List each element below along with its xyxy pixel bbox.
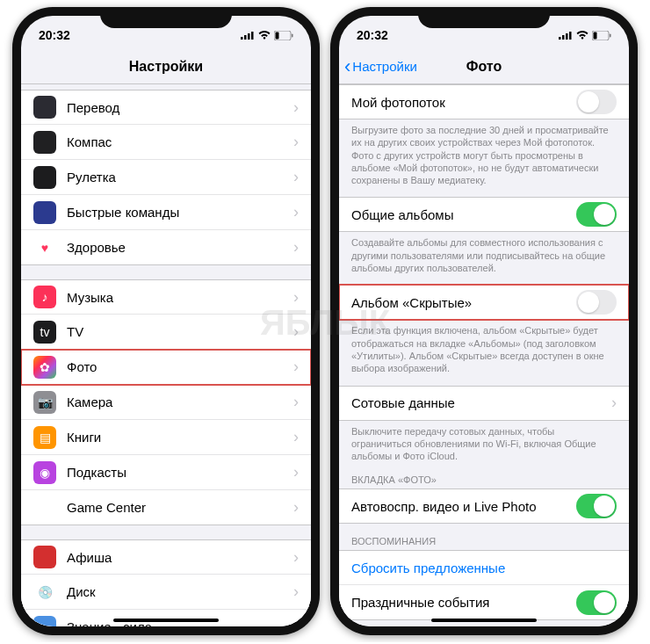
chevron-right-icon: › — [293, 582, 299, 601]
svg-rect-7 — [559, 37, 561, 40]
svg-rect-8 — [562, 35, 565, 40]
row-hidden-album[interactable]: Альбом «Скрытые» — [339, 285, 629, 320]
settings-row[interactable]: Перевод› — [21, 90, 311, 125]
row-label: TV — [67, 324, 293, 339]
header-photo-tab: ВКЛАДКА «ФОТО» — [339, 462, 629, 488]
chevron-right-icon: › — [293, 428, 299, 446]
row-holiday[interactable]: Праздничные события — [339, 585, 629, 620]
chevron-right-icon: › — [293, 358, 299, 376]
status-indicators — [559, 31, 611, 40]
settings-row[interactable]: ♥Здоровье› — [21, 230, 311, 265]
toggle-photostream[interactable] — [576, 90, 617, 114]
settings-row[interactable]: ◉Подкасты› — [21, 455, 311, 490]
photo-settings[interactable]: Мой фотопоток Выгрузите фото за последни… — [339, 84, 629, 626]
battery-icon — [274, 31, 293, 40]
status-time: 20:32 — [357, 28, 388, 42]
chevron-right-icon: › — [611, 394, 617, 412]
back-button[interactable]: ‹ Настройки — [344, 57, 417, 76]
header-memories: ВОСПОМИНАНИЯ — [339, 524, 629, 550]
row-reset-suggested[interactable]: Сбросить предложенные — [339, 550, 629, 585]
row-shared-albums[interactable]: Общие альбомы — [339, 197, 629, 232]
app-icon — [33, 616, 56, 627]
row-label: Быстрые команды — [67, 205, 293, 220]
toggle-shared-albums[interactable] — [576, 202, 617, 227]
app-icon — [33, 96, 56, 119]
row-autoplay[interactable]: Автовоспр. видео и Live Photo — [339, 488, 629, 524]
settings-list[interactable]: Перевод›Компас›Рулетка›Быстрые команды›♥… — [21, 84, 311, 626]
home-indicator[interactable] — [431, 619, 537, 622]
svg-rect-5 — [276, 32, 279, 39]
nav-bar: ‹ Настройки Фото — [339, 49, 629, 84]
footer-hidden: Если эта функция включена, альбом «Скрыт… — [339, 320, 629, 374]
settings-row[interactable]: 💿Диск› — [21, 575, 311, 610]
battery-icon — [592, 31, 611, 40]
settings-row[interactable]: Быстрые команды› — [21, 195, 311, 230]
chevron-right-icon: › — [293, 168, 299, 186]
row-label: Автовоспр. видео и Live Photo — [351, 499, 576, 514]
settings-row[interactable]: ✿Фото› — [21, 350, 311, 385]
settings-row[interactable]: ♪Музыка› — [21, 279, 311, 315]
settings-row[interactable]: 📷Камера› — [21, 385, 311, 420]
chevron-right-icon: › — [293, 618, 299, 626]
home-indicator[interactable] — [113, 619, 219, 622]
nav-bar: Настройки — [21, 49, 311, 84]
row-label: Альбом «Скрытые» — [351, 295, 576, 310]
cellular-icon — [559, 31, 573, 40]
chevron-right-icon: › — [293, 133, 299, 151]
row-label: Сотовые данные — [351, 395, 611, 410]
svg-rect-6 — [292, 33, 293, 37]
svg-rect-2 — [248, 33, 250, 40]
chevron-right-icon: › — [293, 548, 299, 567]
row-label: Книги — [67, 430, 293, 445]
chevron-right-icon: › — [293, 98, 299, 117]
app-icon — [33, 166, 56, 189]
settings-row[interactable]: ▤Книги› — [21, 420, 311, 455]
svg-rect-3 — [251, 32, 254, 40]
settings-row[interactable]: Рулетка› — [21, 160, 311, 195]
chevron-right-icon: › — [293, 498, 299, 517]
row-label: Здоровье — [67, 240, 293, 255]
toggle-holiday[interactable] — [576, 590, 617, 615]
settings-row[interactable]: tvTV› — [21, 315, 311, 350]
row-label: Game Center — [67, 500, 293, 515]
row-label: Фото — [67, 359, 293, 374]
cellular-icon — [241, 31, 255, 40]
settings-row[interactable]: ●●Game Center› — [21, 490, 311, 525]
app-icon: ♪ — [33, 286, 56, 308]
row-photostream[interactable]: Мой фотопоток — [339, 84, 629, 119]
footer-photostream: Выгрузите фото за последние 30 дней и пр… — [339, 119, 629, 186]
app-icon — [33, 546, 56, 568]
app-icon: ◉ — [33, 461, 56, 484]
app-icon: 💿 — [33, 581, 56, 604]
back-label: Настройки — [352, 59, 417, 74]
app-icon: ●● — [33, 496, 56, 519]
page-title: Фото — [466, 59, 502, 75]
row-label: Компас — [67, 134, 293, 149]
svg-rect-0 — [241, 37, 243, 40]
app-icon: ▤ — [33, 426, 56, 449]
row-label: Камера — [67, 394, 293, 409]
row-label: Праздничные события — [351, 595, 576, 610]
row-label: Общие альбомы — [351, 207, 576, 222]
status-indicators — [241, 31, 293, 40]
svg-rect-1 — [244, 35, 247, 40]
row-label: Рулетка — [67, 170, 293, 185]
settings-row[interactable]: Афиша› — [21, 539, 311, 575]
row-label: Диск — [67, 584, 293, 599]
row-label: Мой фотопоток — [351, 95, 576, 110]
toggle-autoplay[interactable] — [576, 494, 617, 518]
chevron-right-icon: › — [293, 393, 299, 411]
app-icon: ✿ — [33, 356, 56, 379]
svg-rect-13 — [610, 33, 611, 37]
app-icon — [33, 201, 56, 224]
svg-rect-12 — [594, 32, 597, 39]
row-cellular[interactable]: Сотовые данные › — [339, 386, 629, 421]
row-label: Сбросить предложенные — [351, 561, 617, 575]
toggle-hidden-album[interactable] — [576, 290, 617, 315]
chevron-right-icon: › — [293, 463, 299, 481]
wifi-icon — [258, 31, 271, 40]
phone-left: 20:32 Настройки Перевод›Компас›Рулетка›Б… — [12, 7, 320, 635]
settings-row[interactable]: Компас› — [21, 125, 311, 160]
footer-shared: Создавайте альбомы для совместного испол… — [339, 232, 629, 274]
app-icon: ♥ — [33, 236, 56, 259]
